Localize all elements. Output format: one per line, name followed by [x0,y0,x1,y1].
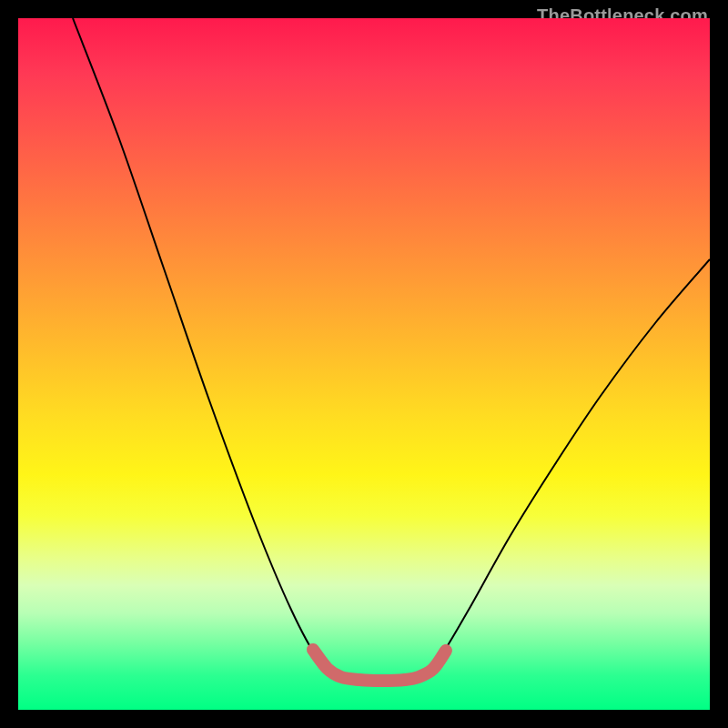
series-layer [18,18,710,710]
main-curve [73,18,710,681]
plot-area [18,18,710,710]
chart-container: TheBottleneck.com [0,0,728,728]
highlight-segment [313,650,446,681]
